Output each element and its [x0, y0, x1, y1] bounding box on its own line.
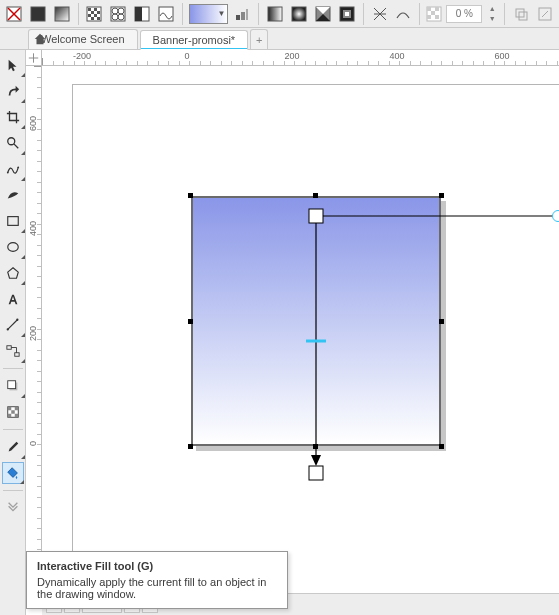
- selected-rectangle[interactable]: [191, 196, 441, 446]
- copy-fill-button[interactable]: [511, 3, 531, 25]
- polygon-tool[interactable]: [2, 262, 24, 284]
- pick-tool[interactable]: [2, 54, 24, 76]
- zoom-tool[interactable]: [2, 132, 24, 154]
- selection-handle-se[interactable]: [439, 444, 444, 449]
- drop-shadow-tool[interactable]: [2, 375, 24, 397]
- toolbox: [0, 50, 26, 615]
- svg-rect-40: [427, 15, 431, 19]
- fill-picker-button[interactable]: [232, 3, 252, 25]
- two-color-pattern-button[interactable]: [132, 3, 152, 25]
- linear-gradient-button[interactable]: [265, 3, 285, 25]
- freehand-tool[interactable]: [2, 158, 24, 180]
- ruler-horizontal[interactable]: -200 0 200 400 600: [42, 50, 559, 66]
- svg-point-51: [7, 243, 18, 252]
- separator: [78, 3, 79, 25]
- toolbox-overflow[interactable]: [2, 497, 24, 519]
- artistic-media-tool[interactable]: [2, 184, 24, 206]
- crop-tool[interactable]: [2, 106, 24, 128]
- svg-rect-26: [292, 7, 306, 21]
- svg-rect-50: [7, 217, 18, 226]
- chevron-down-icon: ▼: [218, 9, 226, 18]
- gradient-skew-handle[interactable]: [552, 210, 559, 222]
- ruler-vertical[interactable]: 600 400 200 0: [26, 66, 42, 593]
- canvas-area: -200 0 200 400 600 600 400 200 0: [26, 50, 559, 615]
- svg-rect-4: [55, 7, 69, 21]
- gradient-midpoint-handle[interactable]: [306, 336, 326, 346]
- transparency-up[interactable]: ▲: [486, 4, 498, 14]
- svg-rect-11: [94, 14, 97, 17]
- svg-rect-61: [7, 407, 11, 411]
- svg-point-55: [16, 319, 18, 321]
- svg-rect-13: [97, 17, 100, 20]
- selection-handle-s[interactable]: [313, 444, 318, 449]
- home-icon[interactable]: [30, 29, 50, 49]
- gradient-start-handle[interactable]: [309, 209, 323, 223]
- ruler-origin[interactable]: [26, 50, 42, 66]
- transparency-down[interactable]: ▼: [486, 14, 498, 24]
- selection-handle-sw[interactable]: [188, 444, 193, 449]
- toolbox-separator: [3, 490, 23, 491]
- svg-point-48: [6, 172, 8, 174]
- texture-fill-button[interactable]: [156, 3, 176, 25]
- pattern-vector-button[interactable]: [85, 3, 105, 25]
- gradient-end-handle[interactable]: [309, 466, 323, 480]
- svg-rect-12: [91, 17, 94, 20]
- fountain-fill-button[interactable]: [52, 3, 72, 25]
- parallel-dimension-tool[interactable]: [2, 314, 24, 336]
- smooth-button[interactable]: [393, 3, 413, 25]
- svg-rect-39: [431, 11, 435, 15]
- eyedropper-tool[interactable]: [2, 436, 24, 458]
- fill-swatch[interactable]: ▼: [189, 4, 229, 24]
- text-tool[interactable]: [2, 288, 24, 310]
- tab-add-button[interactable]: +: [250, 29, 268, 49]
- selection-handle-nw[interactable]: [188, 193, 193, 198]
- rectangle-tool[interactable]: [2, 210, 24, 232]
- rectangular-gradient-button[interactable]: [337, 3, 357, 25]
- svg-rect-43: [519, 12, 527, 20]
- svg-rect-8: [91, 11, 94, 14]
- separator: [504, 3, 505, 25]
- svg-rect-62: [14, 407, 18, 411]
- tab-document[interactable]: Banner-promosi*: [140, 30, 249, 50]
- property-bar: ▼ ▲ ▼: [0, 0, 559, 28]
- shape-tool[interactable]: [2, 80, 24, 102]
- svg-point-49: [17, 166, 19, 168]
- pattern-bitmap-button[interactable]: [108, 3, 128, 25]
- reverse-fill-button[interactable]: [370, 3, 390, 25]
- no-fill-button[interactable]: [4, 3, 24, 25]
- interactive-fill-tool[interactable]: [2, 462, 24, 484]
- svg-rect-57: [14, 353, 18, 357]
- toolbox-separator: [3, 429, 23, 430]
- ellipse-tool[interactable]: [2, 236, 24, 258]
- svg-rect-6: [88, 8, 91, 11]
- separator: [258, 3, 259, 25]
- transparency-tool[interactable]: [2, 401, 24, 423]
- svg-rect-23: [241, 12, 245, 20]
- drawing-area[interactable]: [42, 66, 559, 593]
- svg-line-53: [7, 320, 17, 330]
- svg-rect-64: [7, 414, 11, 418]
- selection-handle-ne[interactable]: [439, 193, 444, 198]
- svg-rect-65: [14, 414, 18, 418]
- edit-fill-button[interactable]: [535, 3, 555, 25]
- svg-rect-25: [268, 7, 282, 21]
- svg-rect-24: [246, 9, 248, 20]
- connector-tool[interactable]: [2, 340, 24, 362]
- selection-handle-w[interactable]: [188, 319, 193, 324]
- svg-rect-7: [94, 8, 97, 11]
- svg-rect-42: [516, 9, 524, 17]
- elliptical-gradient-button[interactable]: [289, 3, 309, 25]
- selection-handle-e[interactable]: [439, 319, 444, 324]
- transparency-icon: [426, 6, 442, 22]
- svg-rect-59: [7, 381, 15, 389]
- svg-rect-9: [97, 11, 100, 14]
- separator: [363, 3, 364, 25]
- selection-handle-n[interactable]: [313, 193, 318, 198]
- conical-gradient-button[interactable]: [313, 3, 333, 25]
- tooltip-body: Dynamically apply the current fill to an…: [37, 576, 277, 600]
- svg-line-47: [13, 144, 17, 148]
- solid-fill-button[interactable]: [28, 3, 48, 25]
- transparency-input[interactable]: [446, 5, 482, 23]
- main-area: -200 0 200 400 600 600 400 200 0: [0, 50, 559, 615]
- svg-rect-56: [6, 346, 10, 350]
